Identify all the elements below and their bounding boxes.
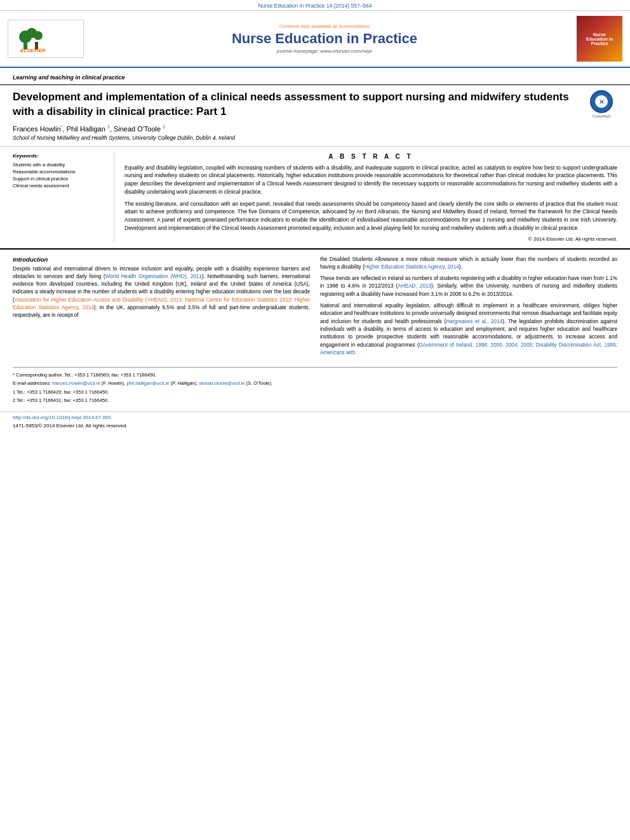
journal-title: Nurse Education in Practice bbox=[84, 30, 565, 47]
section-label: Learning and teaching in clinical practi… bbox=[0, 70, 630, 85]
sciencedirect-name[interactable]: ScienceDirect bbox=[338, 23, 370, 29]
elsevier-box: ELSEVIER bbox=[8, 20, 84, 58]
main-content: Introduction Despite national and intern… bbox=[0, 250, 630, 368]
crossmark-circle: ✕ bbox=[590, 90, 613, 113]
doi-link[interactable]: http://dx.doi.org/10.1016/j.nepr.2014.07… bbox=[13, 415, 617, 420]
journal-header: ELSEVIER Contents lists available at Sci… bbox=[0, 11, 630, 68]
journal-homepage: journal homepage: www.elsevier.com/nepr bbox=[84, 48, 565, 54]
elsevier-tree-icon: ELSEVIER bbox=[17, 23, 74, 53]
footnotes-section: * Corresponding author. Tel.: +353 1 716… bbox=[13, 367, 617, 409]
introduction-heading: Introduction bbox=[13, 256, 310, 263]
ahead-link[interactable]: Association for Higher Education Access … bbox=[13, 297, 310, 310]
authors-line: Frances Howlin*, Phil Halligan 1, Sinead… bbox=[13, 124, 579, 133]
author-otoole: Sinead O'Toole bbox=[114, 125, 163, 133]
sciencedirect-line: Contents lists available at ScienceDirec… bbox=[84, 23, 565, 29]
author-howlin: Frances Howlin bbox=[13, 125, 61, 133]
svg-point-3 bbox=[34, 31, 43, 40]
intro-left-para: Despite national and international drive… bbox=[13, 265, 310, 320]
crossmark-badge: ✕ CrossMark bbox=[586, 90, 617, 118]
states-text: States bbox=[248, 281, 263, 287]
abstract-column: A B S T R A C T Equality and disability … bbox=[124, 153, 617, 242]
abstract-section: Keywords: Students with a disability Rea… bbox=[0, 147, 630, 250]
footnote-2: E-mail addresses: frances.howlin@ucd.ie … bbox=[13, 380, 617, 387]
affiliation-line: School of Nursing Midwifery and Health S… bbox=[13, 135, 579, 141]
ahead-link-2[interactable]: AHEAD, 2013 bbox=[398, 283, 431, 289]
nepr-badge-area: Nurse Education in Practice bbox=[565, 16, 622, 62]
intro-right-para-1: the Disabled Students Allowance a more r… bbox=[320, 256, 617, 272]
author-halligan: Phil Halligan bbox=[67, 125, 107, 133]
abstract-para-2: The existing literature, and consultatio… bbox=[124, 200, 617, 232]
svg-text:ELSEVIER: ELSEVIER bbox=[20, 48, 46, 53]
email-halligan[interactable]: phil.halligan@ucd.ie bbox=[126, 380, 169, 386]
main-col-right: the Disabled Students Allowance a more r… bbox=[320, 256, 617, 361]
elsevier-logo-area: ELSEVIER bbox=[8, 20, 84, 58]
bottom-bar: http://dx.doi.org/10.1016/j.nepr.2014.07… bbox=[0, 411, 630, 434]
abstract-text: Equality and disability legislation, cou… bbox=[124, 164, 617, 232]
top-bar: Nurse Education in Practice 14 (2014) 55… bbox=[0, 0, 630, 11]
article-title-main: Development and implementation of a clin… bbox=[13, 90, 579, 119]
abstract-heading: A B S T R A C T bbox=[124, 153, 617, 160]
keyword-item: Support in clinical practice bbox=[13, 175, 107, 182]
keyword-item: Clinical needs assessment bbox=[13, 182, 107, 189]
keyword-item: Reasonable accommodations bbox=[13, 168, 107, 175]
nepr-badge: Nurse Education in Practice bbox=[577, 16, 622, 62]
email-howlin[interactable]: frances.howlin@ucd.ie bbox=[52, 380, 100, 386]
keyword-item: Students with a disability bbox=[13, 161, 107, 168]
issn-text: 1471-5953/© 2014 Elsevier Ltd. All right… bbox=[13, 423, 128, 429]
hargreaves-link[interactable]: Hargreaves et al., 2014 bbox=[446, 319, 502, 324]
abstract-para-1: Equality and disability legislation, cou… bbox=[124, 164, 617, 196]
who-link[interactable]: World Health Organisation (WHO), 2011 bbox=[105, 274, 202, 279]
article-title-text: Development and implementation of a clin… bbox=[13, 90, 579, 141]
crossmark-label: CrossMark bbox=[592, 114, 610, 118]
keywords-title: Keywords: bbox=[13, 153, 107, 159]
main-col-left: Introduction Despite national and intern… bbox=[13, 256, 310, 361]
intro-right-para-3: National and international equality legi… bbox=[320, 302, 617, 357]
ireland-text: Ireland bbox=[191, 281, 206, 287]
intro-right-para-2: These trends are reflected in Ireland as… bbox=[320, 275, 617, 298]
crossmark-inner: ✕ bbox=[595, 95, 608, 108]
abstract-copyright: © 2014 Elsevier Ltd. All rights reserved… bbox=[124, 236, 617, 242]
keywords-list: Students with a disability Reasonable ac… bbox=[13, 161, 107, 190]
article-title-section: Development and implementation of a clin… bbox=[0, 85, 630, 147]
footnote-1: * Corresponding author. Tel.: +353 1 716… bbox=[13, 371, 617, 378]
footnote-3: 1 Tel.: +353 1 7166420; fax: +353 1 7166… bbox=[13, 389, 617, 396]
hesa-link-1[interactable]: Higher Education Statistics Agency, 2014 bbox=[365, 264, 459, 270]
journal-citation: Nurse Education in Practice 14 (2014) 55… bbox=[258, 3, 372, 9]
gov-ireland-link[interactable]: Government of Ireland, 1998, 2000, 2004,… bbox=[320, 342, 617, 356]
crossmark-x-icon: ✕ bbox=[599, 98, 604, 105]
keywords-column: Keywords: Students with a disability Rea… bbox=[13, 153, 114, 242]
email-otoole[interactable]: sinead.otoole@ucd.ie bbox=[199, 380, 245, 386]
journal-center-info: Contents lists available at ScienceDirec… bbox=[84, 23, 565, 54]
footnote-4: 2 Tel.: +353 1 7166431; fax: +353 1 7166… bbox=[13, 397, 617, 404]
